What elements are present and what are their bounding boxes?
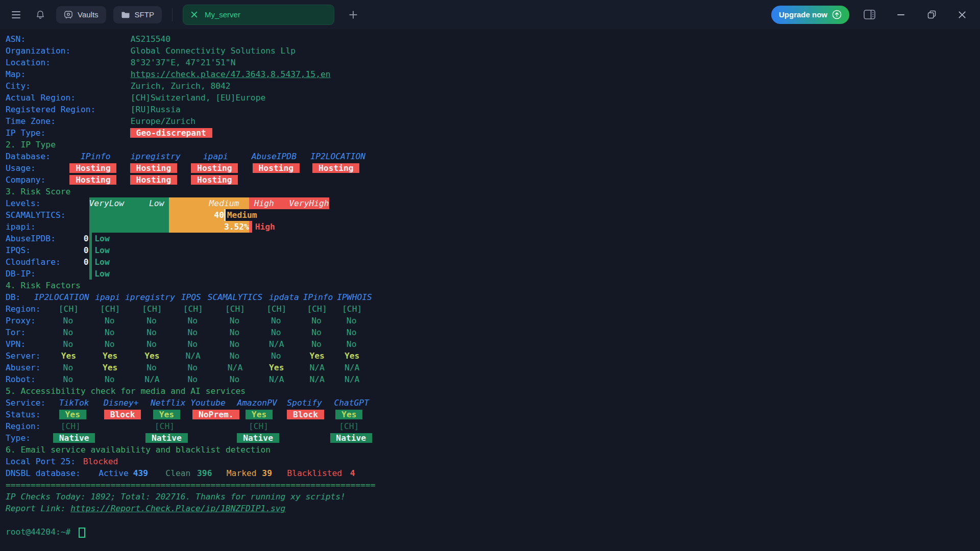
terminal-text: Organization: <box>6 45 70 57</box>
terminal-text: IPQS <box>181 291 201 303</box>
terminal-text: 439 <box>133 467 148 479</box>
terminal-text: Global Connectivity Solutions Llp <box>131 45 296 57</box>
terminal-text <box>89 268 92 280</box>
terminal-line: Local Port 25:Blocked <box>0 456 980 467</box>
terminal-text <box>249 221 252 233</box>
terminal-text: ipapi <box>203 151 228 162</box>
maximize-button[interactable] <box>923 6 940 23</box>
folder-icon <box>121 11 130 19</box>
terminal-text: [CH] <box>59 303 79 315</box>
terminal-text: DB-IP: <box>6 268 36 280</box>
close-window-button[interactable] <box>953 6 971 23</box>
terminal-text: Location: <box>6 57 51 68</box>
terminal-text: N/A <box>309 362 324 373</box>
terminal-line: 3. Risk Score <box>0 186 980 197</box>
report-link[interactable]: https://Report.Check.Place/ip/1BNZFDIP1.… <box>70 503 285 514</box>
terminal-text: Yes <box>309 350 324 362</box>
terminal-text: Database: <box>6 151 51 162</box>
terminal-text: No <box>311 338 322 350</box>
terminal-line: Server:YesYesYesN/ANoNoYesYes <box>0 350 980 362</box>
terminal-text: IP2LOCATION <box>310 151 365 162</box>
new-tab-button[interactable] <box>345 6 362 23</box>
terminal-text: Hosting <box>130 163 177 173</box>
map-link[interactable]: https://check.place/47.3643,8.5437,15,en <box>131 68 331 80</box>
terminal-text: No <box>271 315 281 327</box>
terminal-text: [CH] <box>61 420 81 432</box>
terminal-text: N/A <box>144 373 159 385</box>
notifications-button[interactable] <box>32 6 49 23</box>
terminal-text: Zurich, Zurich, 8042 <box>131 80 231 92</box>
terminal-text: No <box>271 327 281 338</box>
terminal-text: SCAMALYTICS <box>208 291 263 303</box>
risk-bar-red: High VeryHigh <box>249 197 329 209</box>
terminal-text: Blocked <box>83 456 118 467</box>
section-header: 4. Risk Factors <box>6 280 81 291</box>
tab-my-server[interactable]: My_server <box>183 5 334 25</box>
terminal-text: Native <box>145 433 187 443</box>
terminal-text: Report Link: <box>6 503 70 514</box>
sftp-label: SFTP <box>135 10 154 19</box>
terminal-text: Region: <box>6 303 41 315</box>
terminal-text: No <box>230 315 240 327</box>
terminal-text: N/A <box>228 362 242 373</box>
sftp-button[interactable]: SFTP <box>113 6 162 23</box>
terminal-text: Yes <box>103 362 117 373</box>
topbar-left: Vaults SFTP My_server <box>7 5 771 25</box>
terminal-text: 396 <box>197 467 212 479</box>
minimize-icon <box>897 14 904 15</box>
terminal-text: ipapi: <box>6 221 36 233</box>
terminal-text: Low <box>94 268 109 280</box>
terminal-text <box>89 244 92 256</box>
terminal-line: Region:[CH][CH][CH][CH][CH][CH][CH][CH] <box>0 303 980 315</box>
shell-prompt: root@44204:~# <box>6 526 70 538</box>
terminal-text: IP Type: <box>6 127 45 139</box>
terminal-text: No <box>105 327 115 338</box>
minimize-button[interactable] <box>892 6 910 23</box>
close-tab-icon[interactable] <box>190 11 198 18</box>
terminal-text: Marked <box>227 467 257 479</box>
section-header: 3. Risk Score <box>6 186 70 197</box>
upgrade-now-button[interactable]: Upgrade now <box>771 6 849 24</box>
tab-divider <box>172 8 173 21</box>
terminal-line: Map:https://check.place/47.3643,8.5437,1… <box>0 68 980 80</box>
terminal-text: [CH] <box>183 303 203 315</box>
terminal-output[interactable]: ASN:AS215540Organization:Global Connecti… <box>0 29 980 551</box>
terminal-line: Cloudflare:0Low <box>0 256 980 268</box>
terminal-text: ChatGPT <box>334 397 369 409</box>
vaults-button[interactable]: Vaults <box>56 6 106 23</box>
panel-toggle-button[interactable] <box>861 6 878 23</box>
terminal-line: ASN:AS215540 <box>0 33 980 45</box>
terminal-text: Actual Region: <box>6 92 76 104</box>
terminal-text: No <box>146 327 157 338</box>
terminal-text: [CH] <box>225 303 245 315</box>
terminal-text: No <box>347 327 357 338</box>
terminal-text: IP Checks Today: 1892; Total: 202716. Th… <box>6 491 346 503</box>
section-header: 6. Email service availability and blackl… <box>6 444 271 456</box>
terminal-line: SCAMALYTICS: 40Medium <box>0 209 980 221</box>
terminal-text: Netflix <box>151 397 186 409</box>
terminal-text: Spotify <box>287 397 322 409</box>
terminal-text: Disney+ <box>104 397 139 409</box>
terminal-text: Hosting <box>130 175 177 185</box>
terminal-text: ipregistry <box>125 291 175 303</box>
terminal-text: IPWHOIS <box>337 291 372 303</box>
terminal-text: Type: <box>6 432 31 444</box>
terminal-line: Service:TikTokDisney+NetflixYoutubeAmazo… <box>0 397 980 409</box>
terminal-text: No <box>347 338 357 350</box>
terminal-line: 6. Email service availability and blackl… <box>0 444 980 456</box>
terminal-text: 4 <box>350 467 355 479</box>
terminal-text: [CH] <box>342 303 362 315</box>
terminal-text: Clean <box>165 467 190 479</box>
terminal-text <box>89 256 92 268</box>
terminal-text: No <box>63 373 74 385</box>
terminal-text: [CH] <box>249 420 268 432</box>
menu-button[interactable] <box>7 6 24 23</box>
terminal-text: Native <box>237 433 279 443</box>
terminal-line: Tor:NoNoNoNoNoNoNoNo <box>0 327 980 338</box>
terminal-line: IP Type: Geo-discrepant <box>0 127 980 139</box>
hamburger-icon <box>12 11 20 18</box>
terminal-text: IP2LOCATION <box>34 291 89 303</box>
terminal-text: No <box>146 362 157 373</box>
terminal-text: Yes <box>246 410 273 419</box>
terminal-text: No <box>230 327 240 338</box>
